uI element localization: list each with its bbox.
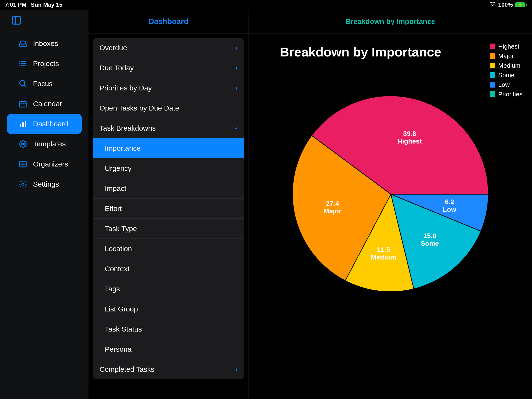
legend-item: Low [490,80,522,89]
detail-pane: Breakdown by Importance Breakdown by Imp… [249,10,532,399]
legend-item: Some [490,70,522,80]
search-icon [18,79,28,88]
subrow-label: Urgency [105,164,132,172]
chevron-down-icon: › [233,127,240,129]
svg-point-17 [20,141,26,147]
legend-item: Highest [490,42,522,51]
subrow-label: Importance [105,144,141,152]
inbox-icon [18,39,28,48]
status-bar: 7:01 PM Sun May 15 100% ⚡ [0,0,532,10]
sidebar-item-organizers[interactable]: Organizers [7,154,82,174]
subrow-task-status[interactable]: Task Status [93,319,244,339]
pie-slice-label: 15.0Some [421,232,439,247]
subrow-label: Tags [105,285,120,293]
legend-swatch [490,82,495,88]
subrow-persona[interactable]: Persona [93,339,244,359]
subrow-context[interactable]: Context [93,259,244,279]
sidebar-item-templates[interactable]: Templates [7,134,82,154]
chart-title: Breakdown by Importance [249,44,472,59]
row-label: Overdue [100,44,127,52]
calendar-icon [18,100,28,108]
chevron-right-icon: › [235,44,238,52]
subrow-label: Location [105,245,132,253]
sidebar-toggle-icon[interactable] [0,15,89,33]
row-due-today[interactable]: Due Today› [93,58,244,78]
subrow-urgency[interactable]: Urgency [93,158,244,178]
svg-point-7 [19,65,20,66]
row-label: Open Tasks by Due Date [100,104,179,112]
legend-item: Major [490,51,522,61]
sidebar-item-dashboard[interactable]: Dashboard [7,114,82,134]
legend-item: Priorities [490,89,522,99]
sidebar-item-label: Projects [33,60,59,68]
svg-point-6 [19,63,20,64]
sidebar-item-inboxes[interactable]: Inboxes [7,33,82,54]
pie-slice-label: 39.8Highest [397,130,422,145]
pie-slice-label: 11.5Medium [371,246,396,261]
chevron-right-icon: › [235,84,238,92]
subrow-tags[interactable]: Tags [93,279,244,299]
row-task-breakdowns[interactable]: Task Breakdowns› [93,118,244,138]
dashboard-card: Overdue› Due Today› Priorities by Day› O… [93,38,244,379]
sidebar-item-settings[interactable]: Settings [7,174,82,194]
chart-legend: HighestMajorMediumSomeLowPriorities [490,42,522,99]
subrow-label: Persona [105,345,132,353]
status-left: 7:01 PM Sun May 15 [5,1,63,8]
gear-icon [18,180,28,189]
list-icon [18,59,28,68]
sidebar-item-label: Templates [33,140,66,148]
status-date: Sun May 15 [31,1,63,8]
subrow-importance[interactable]: Importance [93,138,244,158]
svg-rect-10 [20,101,26,107]
subrow-location[interactable]: Location [93,239,244,259]
sidebar-item-label: Focus [33,80,53,88]
legend-swatch [490,44,495,49]
subrow-label: Impact [105,184,126,193]
row-priorities-by-day[interactable]: Priorities by Day› [93,78,244,98]
row-label: Completed Tasks [100,365,155,374]
legend-label: Some [498,70,514,80]
legend-label: Medium [498,61,520,70]
sidebar-item-projects[interactable]: Projects [7,54,82,74]
legend-swatch [490,72,495,78]
sidebar-item-calendar[interactable]: Calendar [7,94,82,114]
svg-line-27 [345,194,391,281]
row-completed-tasks[interactable]: Completed Tasks› [93,359,244,379]
subrow-effort[interactable]: Effort [93,199,244,219]
legend-label: Highest [498,42,519,51]
templates-icon [18,140,28,148]
pie-slice-label: 6.2Low [443,198,456,213]
legend-swatch [490,63,495,68]
subrow-list-group[interactable]: List Group [93,299,244,319]
sidebar-item-label: Calendar [33,100,62,108]
svg-rect-14 [20,124,21,127]
legend-label: Low [498,80,510,89]
sidebar-item-label: Organizers [33,160,68,168]
sidebar-item-label: Dashboard [33,120,68,128]
pie-slice-label: 27.4Major [324,200,342,215]
status-time: 7:01 PM [5,1,26,8]
sidebar-item-focus[interactable]: Focus [7,74,82,94]
svg-line-28 [312,136,391,194]
svg-rect-0 [13,17,21,24]
chart-area: Breakdown by Importance HighestMajorMedi… [249,33,532,399]
row-label: Task Breakdowns [100,124,156,132]
sidebar: Inboxes Projects Focus Calendar Dashboar… [0,10,89,399]
subrow-task-type[interactable]: Task Type [93,219,244,239]
pie-chart: 6.2Low15.0Some11.5Medium27.4Major39.8Hig… [292,96,488,292]
battery-percent: 100% [498,1,513,8]
subrow-label: Task Status [105,325,142,333]
legend-swatch [490,91,495,97]
svg-line-25 [391,194,481,232]
subrow-impact[interactable]: Impact [93,178,244,199]
status-right: 100% ⚡ [489,1,527,8]
bar-chart-icon [18,120,28,128]
subrow-label: Context [105,265,129,273]
row-overdue[interactable]: Overdue› [93,38,244,58]
grid-icon [18,160,28,168]
svg-rect-16 [25,121,26,127]
svg-line-9 [24,85,26,87]
sidebar-item-label: Settings [33,180,59,188]
svg-line-26 [391,194,414,289]
row-open-tasks[interactable]: Open Tasks by Due Date [93,98,244,118]
